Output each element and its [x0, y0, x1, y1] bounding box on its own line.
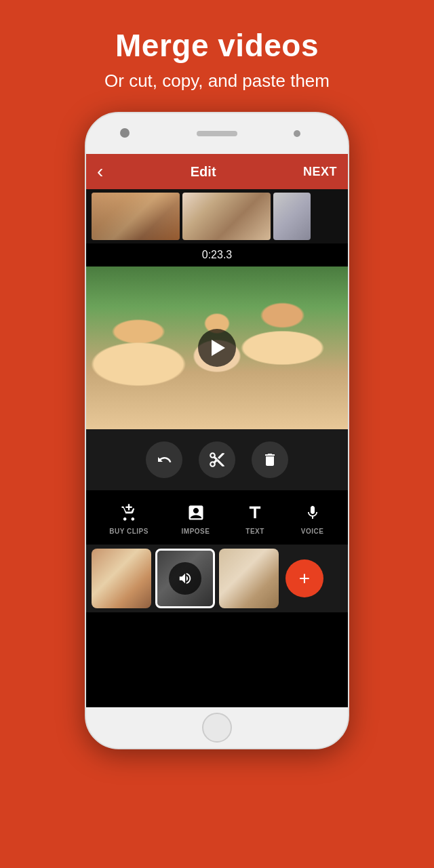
- scissors-icon: [208, 451, 226, 469]
- tools-bar: BUY CLIPS IMPOSE TEXT: [86, 490, 348, 545]
- thumbnail-3[interactable]: [273, 193, 311, 240]
- play-icon: [212, 340, 225, 356]
- home-button[interactable]: [202, 713, 232, 743]
- phone-top-bar: [86, 113, 348, 154]
- text-label: TEXT: [245, 528, 264, 535]
- thumbnail-1[interactable]: [92, 193, 180, 240]
- voice-label: VOICE: [301, 528, 324, 535]
- text-tool-icon: [243, 500, 267, 525]
- undo-button[interactable]: [146, 441, 182, 478]
- delete-button[interactable]: [252, 441, 288, 478]
- undo-icon: [156, 452, 172, 468]
- clip-3[interactable]: [219, 549, 279, 608]
- add-clip-button[interactable]: +: [285, 559, 323, 597]
- video-preview[interactable]: [86, 267, 348, 429]
- phone-bottom-bar: [86, 707, 348, 748]
- tool-voice[interactable]: VOICE: [300, 500, 325, 535]
- buy-clips-icon: [117, 500, 141, 525]
- phone-frame: ‹ Edit NEXT 0:23.3: [85, 112, 349, 749]
- clip-2[interactable]: [155, 549, 215, 608]
- app-header: ‹ Edit NEXT: [86, 154, 348, 189]
- tool-text[interactable]: TEXT: [243, 500, 267, 535]
- header-title: Edit: [191, 164, 216, 180]
- volume-icon: [169, 562, 201, 595]
- back-button[interactable]: ‹: [97, 161, 103, 182]
- sub-title: Or cut, copy, and paste them: [14, 71, 420, 92]
- timestamp: 0:23.3: [86, 243, 348, 267]
- phone-front-camera: [294, 130, 300, 137]
- controls-bar: [86, 429, 348, 490]
- play-button[interactable]: [198, 329, 236, 367]
- cut-button[interactable]: [199, 441, 235, 478]
- thumbnail-strip: [86, 189, 348, 243]
- top-section: Merge videos Or cut, copy, and paste the…: [0, 0, 434, 112]
- next-button[interactable]: NEXT: [303, 165, 337, 179]
- phone-camera: [120, 128, 130, 138]
- voice-icon: [300, 500, 325, 525]
- main-title: Merge videos: [14, 27, 420, 64]
- tool-impose[interactable]: IMPOSE: [182, 500, 210, 535]
- trash-icon: [262, 452, 278, 468]
- impose-label: IMPOSE: [182, 528, 210, 535]
- clips-strip: +: [86, 545, 348, 612]
- buy-clips-label: BUY CLIPS: [109, 528, 149, 535]
- tool-buy-clips[interactable]: BUY CLIPS: [109, 500, 149, 535]
- impose-icon: [184, 500, 208, 525]
- phone-screen: ‹ Edit NEXT 0:23.3: [86, 154, 348, 707]
- thumbnail-2[interactable]: [182, 193, 271, 240]
- phone-speaker: [197, 131, 237, 136]
- clip-1[interactable]: [92, 549, 151, 608]
